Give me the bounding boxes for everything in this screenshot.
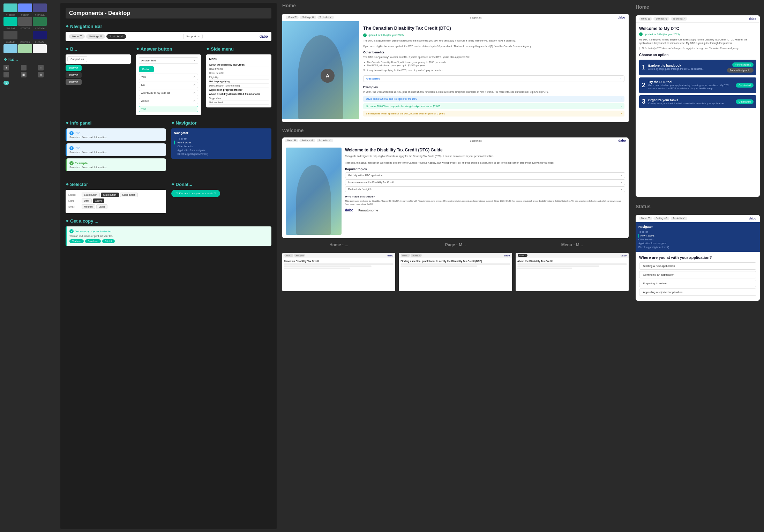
answer-item-yes[interactable]: Yes✕ bbox=[139, 74, 199, 80]
status-option-1[interactable]: Starting a new application bbox=[639, 262, 756, 270]
option-2-label: Try the PDF tool bbox=[648, 80, 736, 84]
home-main-title: The Canadian Disability Tax Credit (DTC) bbox=[363, 25, 624, 31]
email-me-btn[interactable]: Email me bbox=[85, 239, 101, 243]
copy-desc: You can text, email, or print out your l… bbox=[69, 235, 269, 237]
info-panel-label: Info panel bbox=[66, 120, 166, 126]
status-panel: Menu ☰ Settings ⚙ To do list ✓ dabo Navi… bbox=[636, 215, 760, 301]
prev-pill-settings[interactable]: Settings ⚙ bbox=[300, 16, 316, 19]
donate-button[interactable]: ♡ Donate to support our work ♡ bbox=[171, 190, 220, 197]
icons-prefix: ❖ bbox=[3, 57, 7, 62]
status-pill-menu[interactable]: Menu ☰ bbox=[639, 217, 652, 220]
answer-item-text[interactable]: Text bbox=[139, 106, 199, 112]
home2-pill-menu[interactable]: Menu ☰ bbox=[639, 17, 652, 21]
welcome-content: Welcome to the Disability Tax Credit (DT… bbox=[282, 144, 629, 238]
option-1-btn1[interactable]: For individuals bbox=[732, 62, 754, 67]
status-nav-item-3[interactable]: Other benefits bbox=[638, 238, 757, 241]
status-nav-item-4[interactable]: Application form navigator bbox=[638, 241, 757, 245]
welcome-pill-settings[interactable]: Settings ⚙ bbox=[299, 139, 315, 142]
selector-active[interactable]: Active bbox=[93, 198, 104, 203]
nav-item-benefits[interactable]: Other benefits bbox=[174, 144, 269, 148]
option-2-num: 2 bbox=[642, 82, 645, 89]
topic-3[interactable]: Find out who's eligible › bbox=[345, 186, 625, 192]
selector-dark[interactable]: Dark bbox=[82, 198, 92, 203]
nav-item-works[interactable]: How it works bbox=[174, 141, 269, 144]
nav-item-todo[interactable]: To do list bbox=[174, 137, 269, 141]
selector-state-2[interactable]: State button bbox=[101, 193, 119, 197]
topic-1-arrow: › bbox=[621, 174, 622, 177]
thumb-label-3: Menu - M... bbox=[516, 242, 629, 247]
prev-pill-todo[interactable]: To do list ✓ bbox=[317, 16, 334, 19]
prev-logo: dabo bbox=[618, 16, 626, 19]
selector-large[interactable]: Large bbox=[96, 204, 107, 209]
welcome-pill-menu[interactable]: Menu ☰ bbox=[285, 139, 298, 142]
topic-2[interactable]: Learn more about the Disability Tax Cred… bbox=[345, 179, 625, 185]
side-menu-demo: Menu About the Disability Tax Credit How… bbox=[206, 54, 271, 107]
get-copy-demo: ✓ Get a copy of your to do list You can … bbox=[66, 226, 271, 246]
home-preview-1: Menu ☰ Settings ⚙ To do list ✓ Support u… bbox=[282, 14, 629, 122]
dark-button[interactable]: Button bbox=[66, 72, 82, 78]
finautonome-logo: Finautonome bbox=[358, 209, 378, 212]
option-3-btn[interactable]: Get started bbox=[736, 99, 754, 104]
option-1-btn2[interactable]: For medical pract... bbox=[727, 68, 754, 73]
thumb-2-title: Finding a medical practitioner to certif… bbox=[400, 260, 510, 262]
answer-item-added[interactable]: Added✕ bbox=[139, 98, 199, 104]
selector-state-1[interactable]: State button bbox=[82, 193, 100, 197]
arrow-right-icon: › bbox=[620, 77, 621, 80]
support-us-btn[interactable]: Support us bbox=[67, 56, 87, 62]
topic-1[interactable]: Get help with a DTC application › bbox=[345, 172, 625, 178]
answer-green-btn[interactable]: Button bbox=[139, 66, 154, 72]
answer-item-task[interactable]: Add 'TASK' to my to do list✕ bbox=[139, 90, 199, 96]
nav-bar-demo: Menu ☰ Settings ⚙ To do list ✓ Support u… bbox=[66, 32, 271, 41]
option-3-label: Organize your tasks bbox=[648, 98, 736, 102]
status-pill-settings[interactable]: Settings ⚙ bbox=[653, 217, 669, 220]
home-intro: The DTC is a government credit that redu… bbox=[363, 39, 624, 43]
components-desktop-panel: Components - Desktop Navigation Bar Menu… bbox=[60, 3, 277, 529]
nav-pill-todo[interactable]: To do list ✓ bbox=[106, 34, 126, 39]
home2-pill-todo[interactable]: To do list ✓ bbox=[671, 17, 688, 21]
prev-support[interactable]: Support us bbox=[470, 16, 482, 19]
get-started-btn[interactable]: Get started › bbox=[363, 75, 624, 82]
welcome-body-2: That said, the actual application will n… bbox=[345, 161, 625, 165]
prev-pill-menu[interactable]: Menu ☰ bbox=[286, 16, 299, 19]
option-2-btn[interactable]: Get started bbox=[736, 83, 754, 88]
selector-light-label: Light bbox=[68, 200, 81, 202]
welcome-pill-todo[interactable]: To do list ✓ bbox=[317, 139, 334, 142]
print-btn[interactable]: Print it bbox=[102, 239, 115, 243]
donate-section: Donat... ♡ Donate to support our work ♡ bbox=[171, 182, 272, 213]
status-nav-item-2[interactable]: How it works bbox=[638, 234, 757, 238]
right-panels: Home Menu ☰ Settings ⚙ To do list ✓ dabo… bbox=[631, 0, 764, 532]
info-box-blue-1: ℹ Info Some text. Some text. Information… bbox=[66, 128, 166, 141]
status-option-2[interactable]: Continuing an application bbox=[639, 271, 756, 278]
nav-support-button[interactable]: Support us bbox=[183, 34, 203, 39]
answer-item-no[interactable]: No✕ bbox=[139, 82, 199, 88]
home2-pill-settings[interactable]: Settings ⚙ bbox=[653, 17, 669, 21]
welcome-support[interactable]: Support us bbox=[470, 140, 482, 142]
status-pill-todo[interactable]: To do list ✓ bbox=[671, 217, 688, 220]
thumb-2: Menu ☰ Settings ⚙ dabo Finding a medical… bbox=[399, 253, 512, 291]
nav-item-support[interactable]: Direct support (phone/email) bbox=[174, 152, 269, 156]
green-button[interactable]: Button bbox=[66, 65, 82, 71]
gray-button[interactable]: Button bbox=[66, 79, 82, 85]
icons-section: ❖ Ico... ● ⋯ ≡ • ☰ ⚙ ● bbox=[3, 57, 54, 85]
nav-item-application[interactable]: Application form navigator bbox=[174, 148, 269, 152]
swatch-teal bbox=[3, 3, 17, 12]
nav-pill-settings[interactable]: Settings ⚙ bbox=[86, 34, 105, 39]
answer-button-label: Answer button bbox=[136, 46, 201, 52]
answer-item-1[interactable]: Answer text✕ bbox=[139, 57, 199, 64]
selector-state-3[interactable]: State button bbox=[120, 193, 138, 197]
text-me-btn[interactable]: Text me bbox=[69, 239, 84, 243]
home2-updated: ✓ Updated for 2024 (tax year 2023) bbox=[639, 32, 756, 36]
status-option-4[interactable]: Appealing a rejected application bbox=[639, 289, 756, 296]
nav-pill-menu[interactable]: Menu ☰ bbox=[69, 34, 85, 39]
selector-linked-label: Linked bbox=[68, 194, 81, 196]
status-option-3[interactable]: Preparing to submit bbox=[639, 280, 756, 287]
list-icon: ≡ bbox=[38, 65, 44, 70]
status-nav-item-1[interactable]: To do list bbox=[638, 230, 757, 234]
home-updated: Updated for 2024 (tax year 2023) bbox=[363, 33, 624, 37]
nav-logo: dabo bbox=[260, 35, 268, 38]
circle-icon: ● bbox=[3, 65, 9, 70]
selector-medium[interactable]: Medium bbox=[82, 204, 95, 209]
status-content: Where are you at with your application? … bbox=[636, 252, 760, 301]
status-nav-item-5[interactable]: Direct support (phone/email) bbox=[638, 245, 757, 249]
swatch-blue bbox=[18, 3, 32, 12]
